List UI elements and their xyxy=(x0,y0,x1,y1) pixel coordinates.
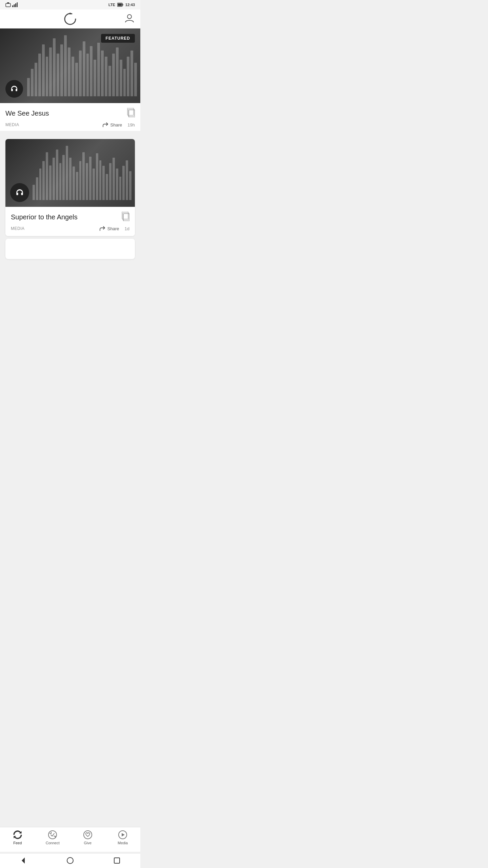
card2-share-label: Share xyxy=(107,226,119,231)
featured-tag: MEDIA xyxy=(5,122,19,127)
card2-tag: MEDIA xyxy=(11,226,25,231)
bookmark-stack-icon-2 xyxy=(121,212,129,221)
waveform-bar xyxy=(79,161,82,200)
waveform-bar xyxy=(72,57,74,96)
card2-share-button[interactable]: Share xyxy=(99,226,119,231)
waveform-bar xyxy=(113,158,115,200)
waveform-bar xyxy=(35,63,37,96)
card2-title-row: Superior to the Angels xyxy=(11,212,129,222)
waveform-bar xyxy=(57,54,59,96)
waveform-bar xyxy=(79,51,82,96)
card2-meta: MEDIA Share 1d xyxy=(11,226,129,231)
app-logo xyxy=(63,12,78,26)
svg-rect-8 xyxy=(118,4,122,6)
waveform-bar xyxy=(68,47,70,96)
waveform-bar xyxy=(86,163,88,200)
media-card-2: Superior to the Angels MEDIA xyxy=(5,139,135,236)
card2-actions: Share 1d xyxy=(99,226,129,231)
svg-rect-4 xyxy=(15,3,16,7)
section-divider xyxy=(0,134,140,136)
bookmark-stack-icon xyxy=(127,108,135,117)
waveform-bar xyxy=(109,163,111,200)
waveform-bar xyxy=(134,63,137,96)
status-bar-right: LTE 12:43 xyxy=(108,3,135,7)
status-bar-left xyxy=(5,2,18,7)
waveform-bar xyxy=(83,41,85,96)
card2-play-button[interactable] xyxy=(10,183,29,202)
waveform-bar xyxy=(62,155,65,200)
waveform-bar xyxy=(126,160,128,200)
svg-rect-3 xyxy=(14,4,15,7)
waveform-bar xyxy=(90,46,93,96)
waveform-bar xyxy=(130,51,133,96)
user-icon xyxy=(124,13,135,24)
card2-bookmark-icon[interactable] xyxy=(121,212,129,222)
waveform-bar xyxy=(27,78,30,96)
waveform-bar xyxy=(49,165,52,200)
waveform-bar xyxy=(64,35,67,96)
featured-title-row: We See Jesus xyxy=(5,108,135,119)
battery-icon xyxy=(117,3,123,7)
sim-icon xyxy=(5,2,11,7)
waveform-bar xyxy=(53,158,55,200)
logo-icon xyxy=(63,12,78,26)
featured-meta: MEDIA Share 19h xyxy=(5,122,135,127)
featured-card-info: We See Jesus MEDIA xyxy=(0,103,140,131)
waveform-bar xyxy=(39,169,42,200)
card2-time: 1d xyxy=(125,226,129,231)
waveform-bar xyxy=(122,166,125,200)
waveform-bar xyxy=(42,44,45,96)
featured-actions: Share 19h xyxy=(102,122,135,127)
media-card-2-image xyxy=(5,139,135,207)
main-content: FEATURED We See Jesus MEDIA xyxy=(0,28,140,316)
share-icon xyxy=(102,122,108,127)
waveform-bar xyxy=(108,66,111,96)
svg-point-11 xyxy=(127,15,131,19)
featured-bookmark-icon[interactable] xyxy=(127,108,135,119)
waveform-bar xyxy=(86,54,89,96)
waveform-bar xyxy=(38,54,41,96)
waveform-bar xyxy=(119,177,122,200)
svg-point-10 xyxy=(69,13,71,14)
waveform-bar xyxy=(112,54,115,96)
svg-rect-2 xyxy=(12,5,13,7)
featured-share-label: Share xyxy=(110,122,122,127)
waveform-bar xyxy=(94,60,96,96)
waveform-bar xyxy=(123,69,126,96)
featured-title: We See Jesus xyxy=(5,110,49,117)
waveform-bar xyxy=(120,60,122,96)
svg-rect-1 xyxy=(7,2,9,4)
svg-rect-7 xyxy=(122,4,123,6)
signal-icon xyxy=(12,2,18,7)
waveform-bar xyxy=(42,161,45,200)
media-card-3-partial xyxy=(5,239,135,259)
waveform-bar xyxy=(116,47,119,96)
headphones-icon-2 xyxy=(15,188,24,197)
waveform-bar xyxy=(96,153,98,200)
waveform-bar xyxy=(116,169,118,200)
waveform-bar xyxy=(102,166,105,200)
waveform-bar xyxy=(89,157,92,200)
headphones-icon xyxy=(10,85,18,93)
waveform-bar xyxy=(33,185,35,200)
profile-button[interactable] xyxy=(124,13,135,25)
svg-rect-5 xyxy=(17,2,18,7)
waveform-bar xyxy=(56,150,58,200)
featured-card: FEATURED We See Jesus MEDIA xyxy=(0,28,140,131)
waveform-bar xyxy=(46,57,48,96)
waveform-bar xyxy=(73,166,75,200)
top-navigation xyxy=(0,9,140,28)
featured-share-button[interactable]: Share xyxy=(102,122,122,127)
featured-time: 19h xyxy=(127,122,135,127)
waveform-bar xyxy=(36,177,38,200)
waveform-bar xyxy=(76,172,78,200)
waveform-bar xyxy=(75,63,78,96)
card2-title: Superior to the Angels xyxy=(11,213,78,221)
waveform-bar xyxy=(93,169,95,200)
featured-play-button[interactable] xyxy=(5,80,23,98)
featured-badge: FEATURED xyxy=(101,34,135,43)
status-bar: LTE 12:43 xyxy=(0,0,140,9)
svg-point-9 xyxy=(65,14,76,24)
waveform-bar xyxy=(66,146,68,200)
waveform-bar xyxy=(105,57,107,96)
